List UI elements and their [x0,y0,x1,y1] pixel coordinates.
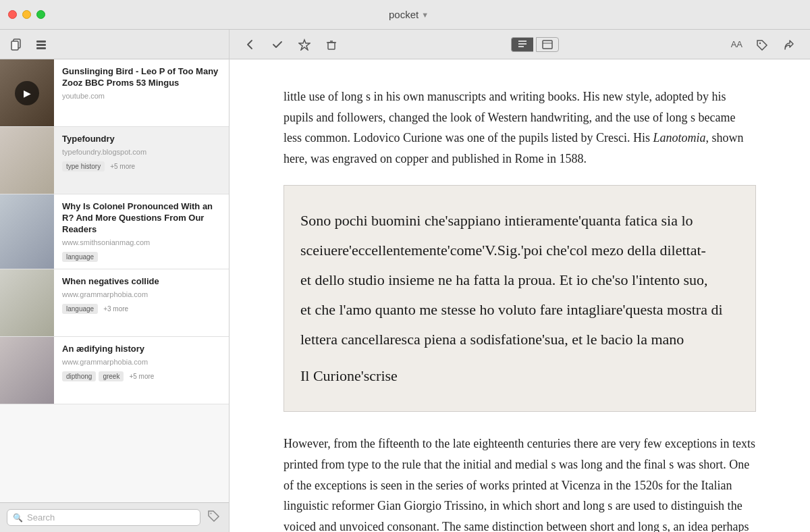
search-input[interactable] [27,512,194,523]
article-domain: typefoundry.blogspot.com [62,148,221,156]
thumbnail-image [0,337,54,404]
article-item[interactable]: When negatives collide www.grammarphobia… [0,269,229,337]
article-item[interactable]: Why Is Colonel Pronounced With an R? And… [0,194,229,269]
sidebar-toolbar [0,30,229,59]
article-thumbnail [0,127,54,194]
article-tags: language +3 more [62,304,221,314]
article-thumbnail: ▶ [0,59,54,126]
content-paragraph: little use of long s in his own manuscri… [284,86,756,169]
article-tags: dipthong greek +5 more [62,371,221,381]
star-button[interactable] [294,36,315,53]
trash-button[interactable] [321,36,342,53]
tag-button[interactable] [752,36,772,53]
article-content: An ædifying history www.grammarphobia.co… [54,337,229,404]
article-item[interactable]: An ædifying history www.grammarphobia.co… [0,337,229,404]
article-title: Gunslinging Bird - Leo P of Too Many Zoo… [62,66,221,89]
article-thumbnail [0,269,54,336]
thumbnail-image: ▶ [0,59,54,126]
search-icon: 🔍 [13,513,23,523]
tag-more[interactable]: +3 more [101,304,131,314]
svg-rect-3 [36,44,46,46]
article-thumbnail [0,337,54,404]
article-content: Typefoundry typefoundry.blogspot.com typ… [54,127,229,194]
list-view-button[interactable] [31,36,51,53]
article-domain: www.smithsonianmag.com [62,238,221,246]
copy-button[interactable] [7,36,27,53]
sidebar: ▶ Gunslinging Bird - Leo P of Too Many Z… [0,30,230,532]
svg-rect-2 [36,41,46,43]
check-button[interactable] [267,36,288,53]
article-domain: www.grammarphobia.com [62,358,221,366]
svg-point-15 [759,42,761,43]
main-layout: ▶ Gunslinging Bird - Leo P of Too Many Z… [0,30,810,532]
calligraphy-text: Sono pochi buomini che'sappiano intieram… [300,206,739,391]
thumbnail-image [0,127,54,194]
article-tags: language [62,252,221,262]
share-button[interactable] [779,36,799,53]
article-item[interactable]: ▶ Gunslinging Bird - Leo P of Too Many Z… [0,59,229,127]
reader-toolbar-center [511,37,559,52]
tag-badge[interactable]: language [62,304,98,314]
italic-text: Lanotomia [653,131,705,144]
maximize-button[interactable] [36,10,45,19]
reader-content: little use of long s in his own manuscri… [230,59,810,532]
article-content: Why Is Colonel Pronounced With an R? And… [54,194,229,269]
tags-filter-button[interactable] [206,508,222,527]
app-dropdown-icon[interactable]: ▼ [421,11,429,19]
article-content: When negatives collide www.grammarphobia… [54,269,229,336]
article-domain: youtube.com [62,92,221,100]
search-bar: 🔍 [0,502,229,532]
article-tags: type history +5 more [62,161,221,171]
reader-pane: AA little use of long s in his own manus… [230,30,810,532]
tag-more[interactable]: +5 more [107,161,138,171]
svg-rect-1 [11,41,18,50]
back-button[interactable] [240,36,261,53]
article-title: Typefoundry [62,134,221,145]
svg-rect-13 [543,41,552,49]
article-title: An ædifying history [62,344,221,355]
article-title: Why Is Colonel Pronounced With an R? And… [62,201,221,236]
search-input-wrapper: 🔍 [7,509,200,526]
tag-badge[interactable]: dipthong [62,371,96,381]
article-item[interactable]: Typefoundry typefoundry.blogspot.com typ… [0,127,229,194]
article-thumbnail [0,194,54,269]
thumbnail-image [0,194,54,269]
article-content: Gunslinging Bird - Leo P of Too Many Zoo… [54,59,229,126]
tag-badge[interactable]: greek [99,371,124,381]
titlebar: pocket ▼ [0,0,810,30]
svg-point-5 [211,513,212,514]
svg-rect-4 [36,47,46,49]
tag-badge[interactable]: language [62,252,98,262]
article-domain: www.grammarphobia.com [62,290,221,298]
minimize-button[interactable] [22,10,31,19]
article-title: When negatives collide [62,276,221,288]
thumbnail-image [0,269,54,336]
reader-toolbar-left [240,36,342,53]
web-view-button[interactable] [536,37,559,52]
article-list: ▶ Gunslinging Bird - Leo P of Too Many Z… [0,59,229,502]
reader-toolbar-right: AA [728,36,799,53]
app-name-label: pocket [389,9,418,20]
svg-marker-6 [299,40,310,50]
font-size-label: AA [731,39,742,49]
close-button[interactable] [8,10,17,19]
traffic-lights [8,10,45,19]
reader-toolbar: AA [230,30,810,59]
font-size-button[interactable]: AA [728,36,745,52]
tag-more[interactable]: +5 more [126,371,157,381]
content-paragraph-2: However, from the fifteenth to the late … [284,433,756,532]
article-view-button[interactable] [511,37,533,52]
svg-rect-7 [328,43,335,49]
play-button[interactable]: ▶ [15,81,39,105]
app-title: pocket ▼ [389,9,429,20]
tag-badge[interactable]: type history [62,161,105,171]
calligraphy-image: Sono pochi buomini che'sappiano intieram… [284,185,756,412]
